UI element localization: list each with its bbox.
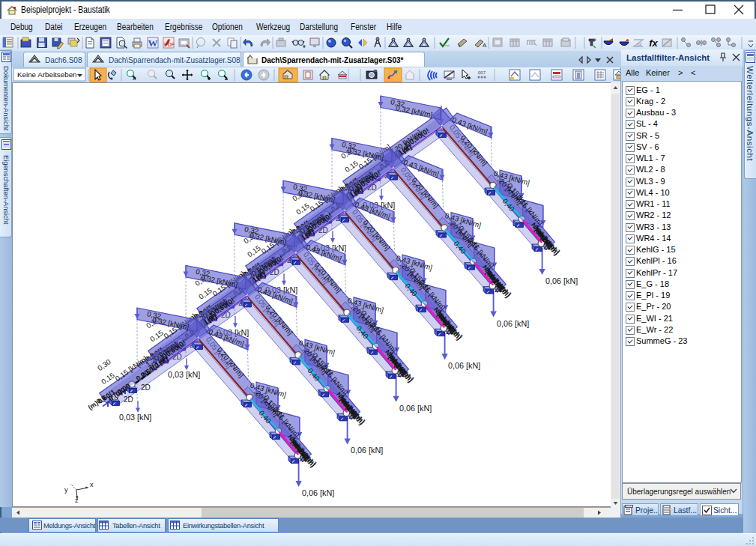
svg-text:x: x bbox=[90, 481, 94, 488]
svg-text:007: 007 bbox=[478, 70, 486, 75]
svg-text:z2: z2 bbox=[637, 42, 642, 46]
svg-text:y: y bbox=[64, 486, 68, 494]
svg-text:PDF: PDF bbox=[164, 42, 175, 47]
svg-text:z: z bbox=[75, 497, 79, 503]
svg-text:A: A bbox=[483, 42, 487, 49]
svg-text:W: W bbox=[148, 37, 158, 49]
svg-text:Keine Arbeitseben: Keine Arbeitseben bbox=[17, 70, 77, 79]
svg-text:fx: fx bbox=[649, 37, 658, 49]
svg-text:A: A bbox=[133, 76, 136, 81]
